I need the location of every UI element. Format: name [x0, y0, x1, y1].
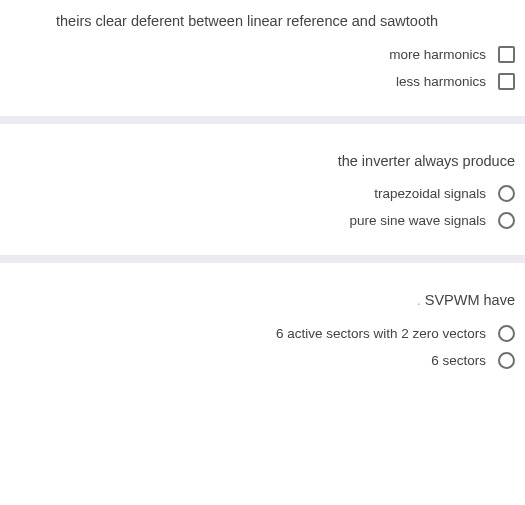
option-row[interactable]: more harmonics — [10, 46, 515, 63]
option-row[interactable]: less harmonics — [10, 73, 515, 90]
option-row[interactable]: 6 active sectors with 2 zero vectors — [10, 325, 515, 342]
question-prompt: theirs clear deferent between linear ref… — [10, 12, 515, 32]
section-divider — [0, 116, 525, 124]
option-label: more harmonics — [389, 47, 486, 62]
question-block: the inverter always produce trapezoidal … — [0, 124, 525, 256]
radio-input[interactable] — [498, 352, 515, 369]
option-label: 6 sectors — [431, 353, 486, 368]
radio-input[interactable] — [498, 185, 515, 202]
option-label: pure sine wave signals — [349, 213, 486, 228]
question-prompt: the inverter always produce — [10, 152, 515, 172]
radio-input[interactable] — [498, 325, 515, 342]
option-row[interactable]: 6 sectors — [10, 352, 515, 369]
question-block: .SVPWM have 6 active sectors with 2 zero… — [0, 263, 525, 395]
option-label: less harmonics — [396, 74, 486, 89]
option-row[interactable]: trapezoidal signals — [10, 185, 515, 202]
option-row[interactable]: pure sine wave signals — [10, 212, 515, 229]
checkbox-input[interactable] — [498, 46, 515, 63]
question-prompt: .SVPWM have — [10, 291, 515, 311]
section-divider — [0, 255, 525, 263]
option-label: trapezoidal signals — [374, 186, 486, 201]
checkbox-input[interactable] — [498, 73, 515, 90]
radio-input[interactable] — [498, 212, 515, 229]
question-block: theirs clear deferent between linear ref… — [0, 0, 525, 116]
bullet-dot: . — [417, 292, 421, 308]
option-label: 6 active sectors with 2 zero vectors — [276, 326, 486, 341]
